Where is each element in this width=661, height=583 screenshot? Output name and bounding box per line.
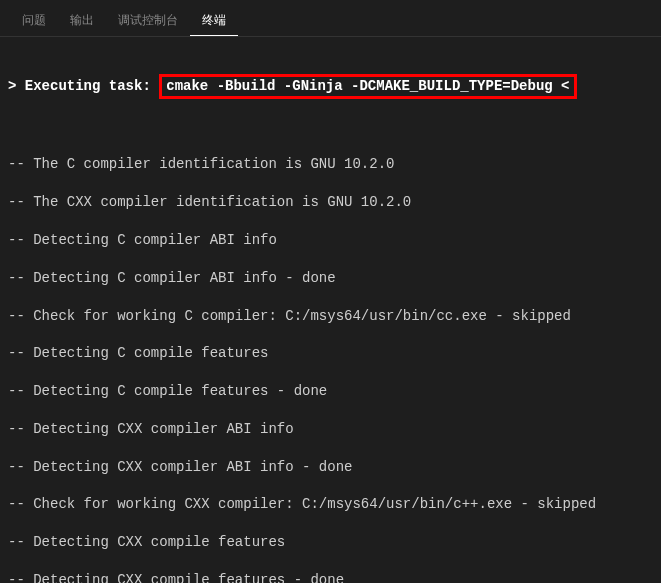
- tab-output[interactable]: 输出: [58, 6, 106, 36]
- cmake-line: -- Detecting C compile features - done: [8, 382, 653, 401]
- cmake-line: -- Detecting CXX compiler ABI info: [8, 420, 653, 439]
- cmake-line: -- Detecting CXX compile features - done: [8, 571, 653, 583]
- cmake-line: -- Check for working C compiler: C:/msys…: [8, 307, 653, 326]
- tab-terminal[interactable]: 终端: [190, 6, 238, 36]
- cmake-line: -- The C compiler identification is GNU …: [8, 155, 653, 174]
- exec-prefix: > Executing task:: [8, 78, 159, 94]
- cmake-line: -- Detecting CXX compiler ABI info - don…: [8, 458, 653, 477]
- cmake-line: -- The CXX compiler identification is GN…: [8, 193, 653, 212]
- cmake-line: -- Detecting C compiler ABI info: [8, 231, 653, 250]
- cmake-line: -- Check for working CXX compiler: C:/ms…: [8, 495, 653, 514]
- cmake-line: -- Detecting C compile features: [8, 344, 653, 363]
- cmake-command-highlight: cmake -Bbuild -GNinja -DCMAKE_BUILD_TYPE…: [159, 74, 576, 99]
- tab-problems[interactable]: 问题: [10, 6, 58, 36]
- tab-debug-console[interactable]: 调试控制台: [106, 6, 190, 36]
- terminal-output[interactable]: > Executing task: cmake -Bbuild -GNinja …: [0, 37, 661, 583]
- panel-tabs: 问题 输出 调试控制台 终端: [0, 0, 661, 37]
- cmake-line: -- Detecting C compiler ABI info - done: [8, 269, 653, 288]
- cmake-line: -- Detecting CXX compile features: [8, 533, 653, 552]
